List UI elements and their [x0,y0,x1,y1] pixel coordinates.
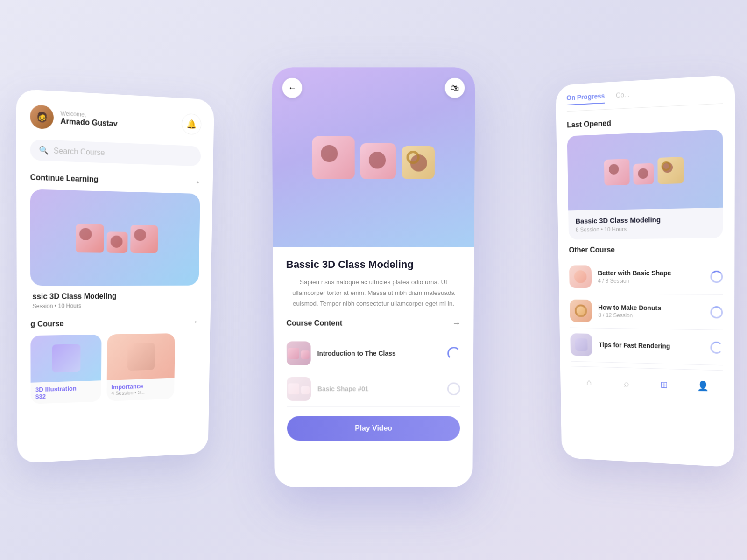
content-arrow[interactable]: → [452,319,460,329]
trend-card-1[interactable]: 3D Illustration $32 [30,335,101,404]
other-1-info: Better with Basic Shape 4 / 8 Session [598,269,704,285]
search-placeholder: Search Course [54,146,105,157]
other-3-title: Tips for Fast Rendering [599,341,704,351]
right-cube-2 [633,163,654,184]
last-opened-title: Bassic 3D Class Modeling [576,215,715,225]
continue-card[interactable] [30,189,200,286]
hero-cube-2 [360,143,396,179]
search-bar[interactable]: 🔍 Search Course [30,139,201,166]
cube-3d-group [75,224,158,253]
other-2-info: How to Make Donuts 8 / 12 Session [598,304,704,320]
center-hero: ← 🛍 [272,67,475,247]
right-cubes-group [604,157,684,186]
other-course-3[interactable]: Tips for Fast Rendering [570,328,723,366]
other-1-thumb [569,265,592,288]
lesson-item-2[interactable]: Basic Shape #01 [287,371,460,407]
other-course-2[interactable]: How to Make Donuts 8 / 12 Session [570,294,723,330]
course-title: Bassic 3D Class Modeling [286,259,461,271]
trend-card-1-image [30,335,101,383]
other-3-progress [710,342,723,354]
left-header: 🧔 Welcome, Armado Gustav 🔔 [30,105,201,136]
last-opened-card[interactable]: Bassic 3D Class Modeling 8 Session • 10 … [567,129,723,239]
nav-grid-icon[interactable]: ⊞ [656,376,673,393]
lesson-1-thumb [287,341,311,365]
lesson-item-1[interactable]: Introduction to The Class [287,336,461,371]
last-opened-image [567,129,723,210]
hero-cubes [312,136,435,179]
continue-card-image [30,189,200,286]
center-body: Bassic 3D Class Modeling Sapien risus na… [273,247,474,487]
other-2-meta: 8 / 12 Session [598,312,704,320]
other-2-title: How to Make Donuts [598,304,704,312]
trending-section: g Course → 3D Illustration $32 [30,317,198,404]
nav-home-icon[interactable]: ⌂ [581,374,598,391]
hero-cube-1 [312,136,355,179]
phone-center: ← 🛍 Bassic 3D Class Modeling Sapien risu… [272,67,475,487]
nav-profile-icon[interactable]: 👤 [694,377,711,394]
avatar: 🧔 [30,105,54,129]
continue-course-name: ssic 3D Class Modeling [32,292,197,301]
other-1-meta: 4 / 8 Session [598,278,704,284]
cube-2 [106,231,127,253]
hero-cube-3 [402,146,435,179]
trend-card-2-body: Importance 4 Session • 3... [107,378,175,400]
lesson-1-icon [288,348,310,359]
lesson-1-progress [447,347,460,360]
continue-title: Continue Learning [30,173,99,183]
other-2-thumb [570,300,592,322]
continue-section-header: Continue Learning → [30,172,201,187]
play-button[interactable]: Play Video [287,416,460,441]
lesson-2-thumb [287,377,311,400]
trend-cards: 3D Illustration $32 Importance 4 Session… [30,333,198,404]
bottom-nav: ⌂ ⌕ ⊞ 👤 [571,366,723,398]
other-1-progress [710,271,723,283]
phone-left: 🧔 Welcome, Armado Gustav 🔔 🔍 Search Cour… [16,89,214,463]
trend-card-2[interactable]: Importance 4 Session • 3... [107,333,175,401]
user-info: Welcome, Armado Gustav [60,110,182,132]
content-section-title: Course Content [286,319,342,328]
other-3-info: Tips for Fast Rendering [599,341,704,352]
lesson-2-icon [288,383,310,394]
nav-search-icon[interactable]: ⌕ [618,375,634,392]
cube-3 [130,225,158,253]
last-opened-label: Last Opened [567,113,723,129]
lesson-1-title: Introduction to The Class [317,350,441,357]
cube-1 [75,224,104,253]
right-tabs: On Progress Co... [566,85,723,112]
continue-course-meta: Session • 10 Hours [32,302,197,310]
lesson-2-title: Basic Shape #01 [317,385,441,392]
notification-button[interactable]: 🔔 [182,113,202,135]
other-course-label: Other Course [569,245,723,254]
back-button[interactable]: ← [282,78,303,98]
trend-card-1-body: 3D Illustration $32 [31,380,101,404]
trending-section-header: g Course → [30,317,198,329]
trend-1-price: $32 [35,391,97,400]
other-course-1[interactable]: Better with Basic Shape 4 / 8 Session [569,259,723,295]
other-1-title: Better with Basic Shape [598,269,704,277]
other-2-progress [710,306,723,319]
search-icon: 🔍 [39,146,49,155]
other-3-thumb [570,333,592,356]
continue-arrow[interactable]: → [192,177,201,187]
last-opened-body: Bassic 3D Class Modeling 8 Session • 10 … [568,208,723,240]
tab-on-progress[interactable]: On Progress [566,92,605,105]
phone-right: On Progress Co... Last Opened Bassic 3D … [556,75,735,468]
last-opened-meta: 8 Session • 10 Hours [576,224,715,233]
right-cube-3 [657,157,684,184]
right-cube-1 [604,159,630,185]
trending-title: g Course [30,319,63,328]
course-description: Sapien risus natoque ac ultricies platea… [286,277,461,309]
continue-info: ssic 3D Class Modeling Session • 10 Hour… [30,292,198,309]
scene: 🧔 Welcome, Armado Gustav 🔔 🔍 Search Cour… [0,0,747,560]
lesson-2-progress [447,382,460,395]
content-section-header: Course Content → [286,319,460,329]
trending-arrow[interactable]: → [190,317,198,327]
cart-button[interactable]: 🛍 [445,78,465,98]
tab-completed[interactable]: Co... [616,91,630,103]
trend-card-2-image [107,333,175,380]
